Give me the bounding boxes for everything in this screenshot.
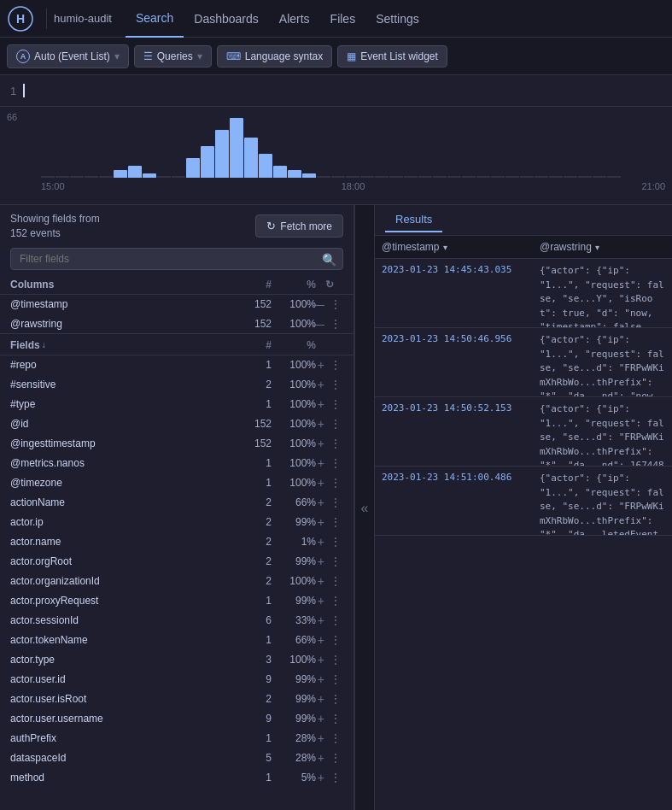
field-more-btn[interactable]: ⋮ — [328, 358, 343, 372]
field-more-btn[interactable]: ⋮ — [328, 594, 343, 608]
field-more-btn[interactable]: ⋮ — [328, 574, 343, 588]
field-pct: 99% — [272, 555, 316, 567]
field-more-btn[interactable]: ⋮ — [328, 397, 343, 411]
field-more-btn[interactable]: ⋮ — [328, 378, 343, 391]
field-actions: + ⋮ — [316, 476, 343, 490]
timeline-bar — [549, 176, 563, 178]
field-pct: 99% — [272, 516, 316, 528]
field-add-btn[interactable]: + — [316, 437, 326, 450]
nav-dashboards[interactable]: Dashboards — [184, 0, 269, 38]
field-add-btn[interactable]: + — [316, 692, 326, 706]
field-add-btn[interactable]: + — [316, 397, 326, 411]
field-more-btn[interactable]: ⋮ — [328, 417, 343, 431]
field-more-btn[interactable]: ⋮ — [328, 653, 343, 666]
field-add-btn[interactable]: + — [316, 476, 326, 490]
field-add-btn[interactable]: + — [316, 731, 326, 745]
field-more-btn[interactable]: ⋮ — [328, 712, 343, 725]
mode-selector[interactable]: A Auto (Event List) ▾ — [7, 44, 129, 68]
language-syntax-button[interactable]: ⌨ Language syntax — [217, 45, 332, 68]
field-more-btn[interactable]: ⋮ — [328, 692, 343, 706]
table-row[interactable]: 2023-01-23 14:45:43.035 {"actor": {"ip":… — [375, 259, 672, 328]
query-input[interactable] — [25, 82, 662, 99]
raw-cell: {"actor": {"ip": "1...", "request": fals… — [533, 259, 672, 327]
nav-alerts[interactable]: Alerts — [269, 0, 320, 38]
nav-files[interactable]: Files — [320, 0, 366, 38]
fields-table[interactable]: Columns # % ↻ @timestamp 152 100% — ⋮ @r… — [0, 275, 354, 810]
widget-button[interactable]: ▦ Event List widget — [337, 45, 447, 68]
field-row: @timezone 1 100% + ⋮ — [0, 473, 354, 493]
field-num: 2 — [231, 536, 272, 548]
field-add-btn[interactable]: + — [316, 594, 326, 608]
field-name: actor.proxyRequest — [10, 595, 231, 607]
field-add-btn[interactable]: + — [316, 555, 326, 568]
field-row: actor.organizationId 2 100% + ⋮ — [0, 572, 354, 591]
field-row: actor.user.id 9 99% + ⋮ — [0, 670, 354, 690]
field-add-btn[interactable]: + — [316, 751, 326, 765]
field-row: dataspaceId 5 28% + ⋮ — [0, 748, 354, 768]
field-add-btn[interactable]: + — [316, 633, 326, 647]
field-add-btn[interactable]: + — [316, 771, 326, 784]
field-name: actionName — [10, 496, 231, 508]
field-add-btn[interactable]: + — [316, 535, 326, 549]
table-row[interactable]: 2023-01-23 14:50:52.153 {"actor": {"ip":… — [375, 397, 672, 467]
field-add-btn[interactable]: + — [316, 456, 326, 470]
columns-label: Columns — [10, 279, 231, 291]
col-name-rawstring: @rawstring — [10, 318, 231, 330]
col-more-btn-rawstring[interactable]: ⋮ — [328, 317, 343, 331]
columns-refresh-icon[interactable]: ↻ — [316, 279, 343, 291]
field-add-btn[interactable]: + — [316, 378, 326, 391]
nav-settings[interactable]: Settings — [365, 0, 429, 38]
field-row: actor.user.username 9 99% + ⋮ — [0, 709, 354, 729]
panel-toggle[interactable]: « — [354, 205, 375, 810]
col-timestamp-header[interactable]: @timestamp ▾ — [382, 241, 540, 253]
col-dash-btn-timestamp[interactable]: — — [311, 297, 326, 311]
table-row[interactable]: 2023-01-23 14:50:46.956 {"actor": {"ip":… — [375, 328, 672, 397]
field-add-btn[interactable]: + — [316, 496, 326, 509]
timeline-bar — [331, 176, 345, 178]
field-more-btn[interactable]: ⋮ — [328, 476, 343, 490]
ts-cell: 2023-01-23 14:50:52.153 — [375, 397, 533, 466]
field-more-btn[interactable]: ⋮ — [328, 437, 343, 450]
filter-input-wrapper: 🔍 — [0, 244, 354, 275]
field-more-btn[interactable]: ⋮ — [328, 613, 343, 627]
field-name: @timezone — [10, 477, 231, 489]
filter-input[interactable] — [10, 248, 343, 270]
field-add-btn[interactable]: + — [316, 653, 326, 666]
field-more-btn[interactable]: ⋮ — [328, 633, 343, 647]
field-more-btn[interactable]: ⋮ — [328, 535, 343, 549]
col-more-btn-timestamp[interactable]: ⋮ — [328, 297, 343, 311]
nav-search[interactable]: Search — [126, 0, 184, 38]
field-more-btn[interactable]: ⋮ — [328, 496, 343, 509]
timeline-bar — [447, 176, 461, 178]
field-add-btn[interactable]: + — [316, 358, 326, 372]
col-dash-btn-rawstring[interactable]: — — [311, 317, 326, 331]
results-table[interactable]: 2023-01-23 14:45:43.035 {"actor": {"ip":… — [375, 259, 672, 810]
field-more-btn[interactable]: ⋮ — [328, 672, 343, 686]
field-add-btn[interactable]: + — [316, 515, 326, 529]
field-more-btn[interactable]: ⋮ — [328, 515, 343, 529]
field-pct: 33% — [272, 614, 316, 626]
field-add-btn[interactable]: + — [316, 574, 326, 588]
field-more-btn[interactable]: ⋮ — [328, 751, 343, 765]
field-name: #sensitive — [10, 379, 231, 390]
field-add-btn[interactable]: + — [316, 613, 326, 627]
table-row[interactable]: 2023-01-23 14:51:00.486 {"actor": {"ip":… — [375, 467, 672, 536]
field-add-btn[interactable]: + — [316, 417, 326, 431]
field-row: #sensitive 2 100% + ⋮ — [0, 375, 354, 395]
col-num-rawstring: 152 — [231, 318, 272, 330]
field-more-btn[interactable]: ⋮ — [328, 555, 343, 568]
field-more-btn[interactable]: ⋮ — [328, 731, 343, 745]
field-add-btn[interactable]: + — [316, 672, 326, 686]
field-num: 9 — [231, 673, 272, 685]
field-more-btn[interactable]: ⋮ — [328, 771, 343, 784]
col-rawstring-header[interactable]: @rawstring ▾ — [540, 241, 665, 253]
field-more-btn[interactable]: ⋮ — [328, 456, 343, 470]
field-name: actor.user.isRoot — [10, 693, 231, 705]
queries-button[interactable]: ☰ Queries ▾ — [134, 45, 212, 68]
timeline-bar — [607, 176, 621, 178]
field-pct: 99% — [272, 693, 316, 705]
results-tab[interactable]: Results — [385, 208, 442, 232]
fetch-more-button[interactable]: ↻ Fetch more — [255, 214, 343, 238]
timeline-bar — [520, 176, 534, 178]
field-add-btn[interactable]: + — [316, 712, 326, 725]
